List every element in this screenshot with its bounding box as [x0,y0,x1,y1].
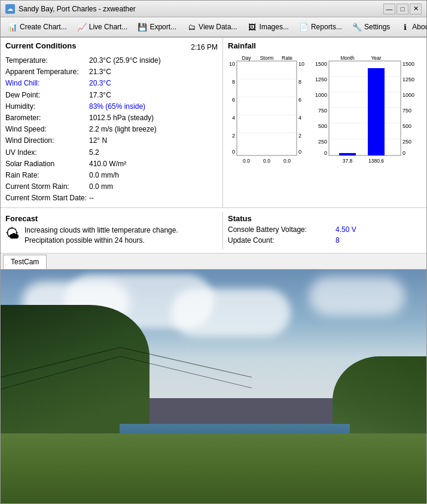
table-row: Wind Direction: 12° N [5,135,218,146]
conditions-header: Current Conditions 2:16 PM [5,41,218,53]
menu-create-chart-label: Create Chart... [20,23,67,31]
minimize-button[interactable]: — [383,4,395,14]
table-row: Humidity: 83% (65% inside) [5,101,218,112]
label-wind-speed: Wind Speed: [5,124,89,135]
table-row: Barometer: 1012.5 hPa (steady) [5,112,218,124]
label-barometer: Barometer: [5,112,89,124]
value-rain-rate: 0.0 mm/h [89,170,119,181]
table-row: Wind Speed: 2.2 m/s (light breeze) [5,124,218,135]
value-solar-radiation: 410.0 W/m² [89,158,126,170]
svg-line-52 [120,356,252,388]
current-time: 2:16 PM [191,43,218,51]
svg-text:4: 4 [232,115,235,121]
menu-create-chart[interactable]: 📊 Create Chart... [3,19,71,35]
svg-text:500: 500 [318,123,327,129]
label-storm-start: Current Storm Start Date: [5,193,89,204]
menu-images[interactable]: 🖼 Images... [243,19,293,35]
svg-text:0: 0 [298,149,301,155]
label-storm-rain: Current Storm Rain: [5,181,89,193]
conditions-title: Current Conditions [5,41,76,50]
close-button[interactable]: ✕ [410,4,422,14]
svg-text:Rate: Rate [282,55,292,61]
label-wind-chill: Wind Chill: [5,78,89,89]
large-chart-svg: 1500 1250 1000 750 500 250 0 1500 1250 1… [308,55,422,175]
camera-tab-testcam[interactable]: TestCam [3,255,47,269]
value-storm-rain: 0.0 mm [89,181,113,193]
svg-text:1380.6: 1380.6 [368,158,384,164]
svg-text:500: 500 [402,123,411,129]
svg-rect-12 [237,61,297,155]
about-icon: ℹ [399,22,410,32]
charts-area: 10 8 6 4 2 0 10 8 6 4 2 0 [228,55,422,175]
table-row: Solar Radiation 410.0 W/m² [5,158,218,170]
create-chart-icon: 📊 [7,22,18,32]
status-row-battery: Console Battery Voltage: 4.50 V [228,225,422,234]
value-wind-speed: 2.2 m/s (light breeze) [89,124,157,135]
svg-text:1500: 1500 [402,61,414,67]
camera-tabs: TestCam [1,253,426,270]
svg-rect-37 [329,61,401,155]
svg-text:6: 6 [298,97,301,103]
landscape-image [1,270,426,503]
value-humidity: 83% (65% inside) [89,101,145,112]
view-data-icon: 🗂 [186,22,197,32]
svg-text:Storm: Storm [260,55,274,61]
value-temperature: 20.3°C (25.9°C inside) [89,55,161,66]
content-area: Current Conditions 2:16 PM Temperature: … [1,38,426,503]
powerlines-svg [1,270,426,503]
export-icon: 💾 [137,22,148,32]
svg-text:0.0: 0.0 [283,158,291,164]
small-bar-chart: 10 8 6 4 2 0 10 8 6 4 2 0 [228,55,306,175]
svg-text:250: 250 [402,139,411,145]
value-wind-direction: 12° N [89,135,107,146]
value-storm-start: -- [89,193,94,204]
svg-text:0: 0 [402,150,405,156]
forecast-icon: 🌤 [5,225,20,242]
large-bar-chart: 1500 1250 1000 750 500 250 0 1500 1250 1… [308,55,422,175]
svg-text:0.0: 0.0 [243,158,250,164]
status-label-battery: Console Battery Voltage: [228,225,336,234]
rainfall-title: Rainfall [228,41,256,50]
label-dew-point: Dew Point: [5,90,89,101]
top-section: Current Conditions 2:16 PM Temperature: … [1,38,426,208]
menu-view-data[interactable]: 🗂 View Data... [182,19,241,35]
titlebar: ☁ Sandy Bay, Port Charles - zxweather — … [1,1,426,17]
camera-section: TestCam [1,253,426,503]
window-title: Sandy Bay, Port Charles - zxweather [19,5,383,13]
status-value-update: 8 [336,236,340,245]
status-row-update: Update Count: 8 [228,236,422,245]
forecast-content: 🌤 Increasing clouds with little temperat… [5,225,218,246]
svg-text:6: 6 [232,97,235,103]
table-row: Temperature: 20.3°C (25.9°C inside) [5,55,218,66]
camera-view [1,270,426,503]
table-row: Current Storm Rain: 0.0 mm [5,181,218,193]
small-chart-svg: 10 8 6 4 2 0 10 8 6 4 2 0 [228,55,306,175]
forecast-text: Increasing clouds with little temperatur… [25,225,218,246]
menu-settings[interactable]: 🔧 Settings [347,19,394,35]
menu-images-label: Images... [260,23,289,31]
svg-text:1250: 1250 [315,77,327,83]
svg-text:2: 2 [232,133,235,139]
menu-settings-label: Settings [364,23,390,31]
svg-text:0: 0 [232,149,235,155]
svg-text:Year: Year [371,55,381,61]
rainfall-panel: Rainfall 10 8 6 4 2 0 [223,38,426,207]
status-value-battery: 4.50 V [336,225,356,234]
main-window: ☁ Sandy Bay, Port Charles - zxweather — … [0,0,427,504]
value-uv-index: 5.2 [89,147,99,158]
svg-text:750: 750 [402,108,411,114]
menubar: 📊 Create Chart... 📈 Live Chart... 💾 Expo… [1,17,426,38]
conditions-table: Temperature: 20.3°C (25.9°C inside) Appa… [5,55,218,204]
menu-reports[interactable]: 📄 Reports... [294,19,346,35]
maximize-button[interactable]: □ [396,4,408,14]
rainfall-header: Rainfall [228,41,422,53]
svg-text:0.0: 0.0 [263,158,270,164]
menu-live-chart[interactable]: 📈 Live Chart... [72,19,132,35]
status-title: Status [228,214,422,223]
label-wind-direction: Wind Direction: [5,135,89,146]
svg-text:2: 2 [298,133,301,139]
svg-text:1500: 1500 [315,61,327,67]
menu-about[interactable]: ℹ About [395,19,427,35]
value-barometer: 1012.5 hPa (steady) [89,112,154,124]
menu-export[interactable]: 💾 Export... [133,19,181,35]
